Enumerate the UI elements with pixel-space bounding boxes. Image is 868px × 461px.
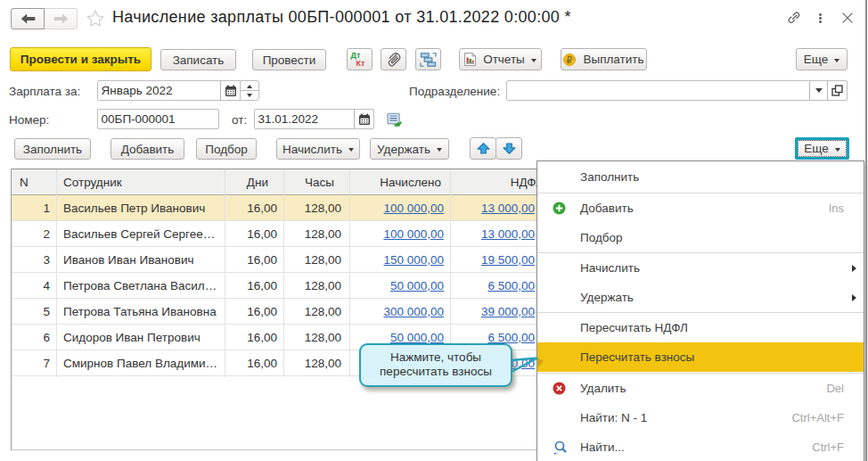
svg-text:₽: ₽ bbox=[567, 54, 573, 64]
